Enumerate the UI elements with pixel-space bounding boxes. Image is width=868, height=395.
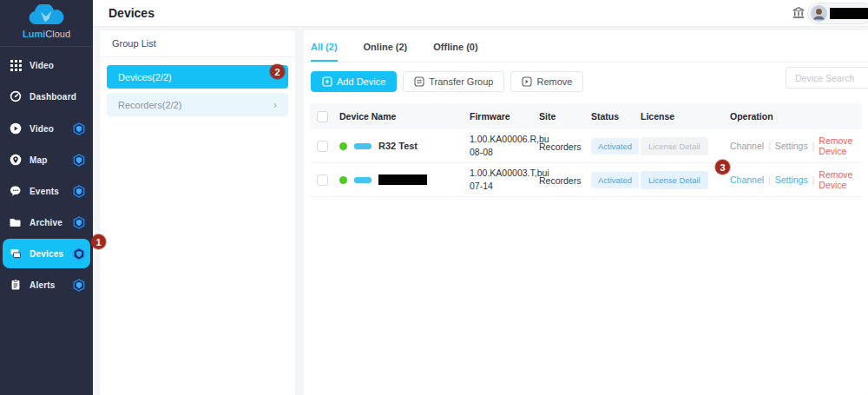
tab-all[interactable]: All (2) [311, 42, 338, 62]
operation-cell: Channel|Settings|Remove Device [730, 169, 862, 190]
firmware-line: 07-14 [470, 180, 539, 193]
redacted-device-name [378, 174, 427, 185]
sidebar: LumiCloud VideoDashboardVideoMapEventsAr… [0, 0, 93, 395]
user-menu[interactable] [807, 3, 868, 24]
group-item-label: Devices(2/2) [118, 72, 172, 82]
sidebar-item-map-3[interactable]: Map [3, 145, 90, 174]
tab-online[interactable]: Online (2) [364, 42, 408, 62]
avatar [811, 5, 827, 22]
column-header-site: Site [539, 111, 591, 122]
firmware-cell: 1.00.KA00003.T,bui07-14 [470, 167, 539, 193]
group-item-devices[interactable]: Devices(2/2) [107, 65, 288, 89]
operation-cell: Channel|Settings|Remove Device [730, 135, 862, 156]
brand-name: LumiCloud [0, 29, 93, 39]
sidebar-item-devices-6[interactable]: Devices [3, 239, 90, 268]
sidebar-item-label: Events [30, 187, 59, 196]
license-detail-button[interactable]: License Detail [641, 171, 708, 189]
license-detail-button[interactable]: License Detail [641, 137, 708, 155]
op-separator: | [812, 175, 815, 185]
cloud-logo-icon [26, 4, 68, 28]
sidebar-item-label: Map [30, 155, 48, 165]
table-row: 1.00.KA00003.T,bui07-14RecordersActivate… [310, 163, 862, 197]
online-status-dot [339, 142, 347, 150]
op-settings[interactable]: Settings [775, 174, 808, 185]
site-value: Recorders [539, 142, 581, 152]
shield-badge-icon [73, 247, 85, 260]
table-body: R32 Test1.00.KA00006.R,bu08-08RecordersA… [310, 129, 862, 197]
organization-icon[interactable] [792, 6, 806, 20]
op-separator: | [812, 142, 815, 151]
recorder-device-icon [354, 143, 372, 149]
group-list-panel: Group List Devices(2/2)Recorders(2/2)› [100, 30, 295, 395]
op-separator: | [768, 175, 771, 185]
shield-badge-icon [73, 279, 85, 292]
sidebar-item-events-4[interactable]: Events [3, 176, 90, 206]
column-header-firmware: Firmware [470, 111, 539, 122]
toolbar: Add Device Transfer Group Remove [311, 71, 868, 92]
firmware-line: 1.00.KA00003.T,bui [470, 167, 539, 180]
sidebar-item-label: Video [30, 61, 54, 70]
annotation-badge-2: 2 [270, 64, 285, 79]
tab-offline[interactable]: Offline (0) [433, 42, 477, 62]
device-tabs: All (2)Online (2)Offline (0) [304, 30, 868, 63]
shield-badge-icon [73, 122, 85, 135]
table-header: Device NameFirmwareSiteStatusLicenseOper… [310, 103, 862, 129]
devices-icon [10, 247, 22, 260]
annotation-badge-1: 1 [91, 234, 106, 249]
firmware-line: 1.00.KA00006.R,bu [470, 133, 539, 146]
device-table: Device NameFirmwareSiteStatusLicenseOper… [310, 103, 862, 197]
chevron-right-icon: › [273, 99, 277, 110]
map-icon [10, 154, 22, 166]
remove-label: Remove [536, 76, 572, 87]
device-search-input[interactable] [786, 67, 868, 89]
op-settings[interactable]: Settings [775, 141, 808, 151]
group-list-title: Group List [100, 30, 295, 57]
sidebar-item-alerts-7[interactable]: Alerts [3, 270, 90, 300]
group-item-label: Recorders(2/2) [118, 100, 181, 110]
remove-button[interactable]: Remove [510, 71, 583, 92]
add-device-button[interactable]: Add Device [311, 71, 397, 92]
recorder-device-icon [354, 177, 372, 183]
dashboard-icon [10, 90, 22, 102]
archive-icon [10, 216, 22, 228]
row-checkbox[interactable] [317, 174, 328, 186]
add-device-label: Add Device [337, 76, 385, 87]
sidebar-item-dashboard-1[interactable]: Dashboard [3, 82, 90, 111]
firmware-cell: 1.00.KA00006.R,bu08-08 [470, 133, 539, 159]
transfer-group-label: Transfer Group [429, 76, 493, 87]
group-items: Devices(2/2)Recorders(2/2)› [100, 57, 295, 128]
shield-badge-icon [73, 154, 85, 167]
sidebar-item-label: Alerts [30, 280, 56, 290]
status-badge: Activated [591, 172, 639, 188]
op-channel[interactable]: Channel [730, 174, 764, 185]
status-badge: Activated [591, 138, 639, 155]
alerts-icon [10, 279, 22, 291]
topbar: Devices [93, 0, 868, 27]
sidebar-item-video-2[interactable]: Video [3, 114, 90, 143]
site-value: Recorders [539, 175, 581, 186]
shield-badge-icon [73, 216, 85, 229]
logo: LumiCloud [0, 0, 93, 47]
op-remove-device[interactable]: Remove Device [819, 169, 862, 190]
column-header-operation: Operation [730, 111, 862, 122]
redacted-user-name [830, 8, 868, 19]
group-item-recorders[interactable]: Recorders(2/2)› [107, 93, 288, 116]
op-channel[interactable]: Channel [730, 141, 764, 151]
sidebar-nav: VideoDashboardVideoMapEventsArchiveDevic… [0, 47, 93, 300]
select-all-checkbox[interactable] [317, 111, 328, 122]
events-icon [10, 185, 22, 197]
page-title: Devices [108, 6, 155, 20]
transfer-icon [414, 76, 424, 87]
row-checkbox[interactable] [317, 141, 328, 152]
sidebar-item-archive-5[interactable]: Archive [3, 207, 90, 237]
op-remove-device[interactable]: Remove Device [819, 135, 862, 156]
transfer-group-button[interactable]: Transfer Group [403, 71, 504, 92]
device-name: R32 Test [378, 141, 418, 151]
table-row: R32 Test1.00.KA00006.R,bu08-08RecordersA… [310, 129, 862, 163]
column-header-license: License [641, 111, 730, 122]
op-separator: | [768, 142, 771, 151]
sidebar-item-video-0[interactable]: Video [3, 50, 90, 80]
sidebar-item-label: Dashboard [30, 92, 76, 102]
play-icon [10, 122, 22, 135]
online-status-dot [339, 176, 347, 184]
